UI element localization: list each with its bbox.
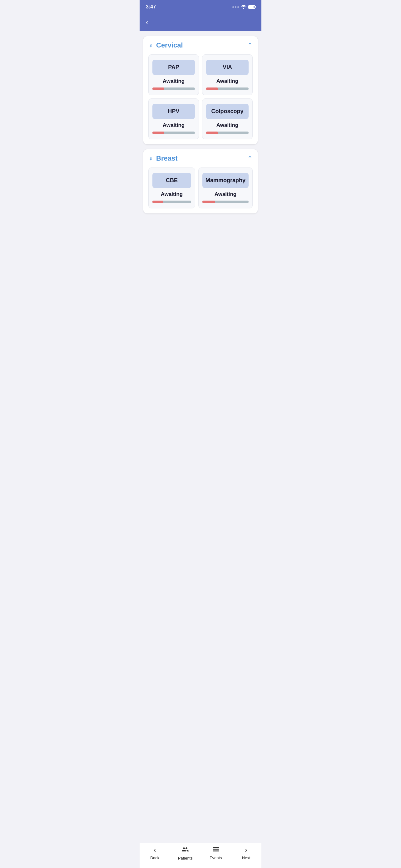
status-bar: 3:47 (140, 0, 261, 14)
test-item-hpv[interactable]: HPVAwaiting (148, 98, 199, 140)
test-label-pap: PAP (153, 60, 195, 75)
test-status-colposcopy: Awaiting (216, 122, 239, 128)
progress-fill-via (206, 88, 218, 90)
progress-fill-colposcopy (206, 131, 218, 134)
test-label-via: VIA (206, 60, 248, 75)
progress-bar-hpv (153, 131, 195, 134)
section-card-breast: ♀Breast⌃CBEAwaitingMammographyAwaiting (143, 149, 258, 213)
battery-icon (248, 5, 255, 9)
test-grid-breast: CBEAwaitingMammographyAwaiting (148, 167, 253, 208)
section-gender-icon-breast: ♀ (148, 155, 153, 162)
test-status-pap: Awaiting (163, 78, 185, 84)
progress-bar-colposcopy (206, 131, 248, 134)
progress-bar-cbe (153, 200, 191, 203)
test-item-mammography[interactable]: MammographyAwaiting (198, 167, 253, 208)
test-label-mammography: Mammography (202, 173, 248, 188)
test-status-via: Awaiting (216, 78, 239, 84)
test-status-mammography: Awaiting (214, 191, 237, 197)
test-label-colposcopy: Colposcopy (206, 104, 248, 119)
section-title-breast: Breast (156, 154, 177, 162)
chevron-up-icon-breast[interactable]: ⌃ (247, 155, 253, 162)
section-card-cervical: ♀Cervical⌃PAPAwaitingVIAAwaitingHPVAwait… (143, 36, 258, 144)
signal-dots (232, 6, 239, 8)
section-gender-icon-cervical: ♀ (148, 42, 153, 49)
test-item-cbe[interactable]: CBEAwaiting (148, 167, 195, 208)
test-label-hpv: HPV (153, 104, 195, 119)
test-grid-cervical: PAPAwaitingVIAAwaitingHPVAwaitingColposc… (148, 54, 253, 140)
progress-fill-cbe (153, 200, 163, 203)
section-title-area-cervical: ♀Cervical (148, 41, 183, 50)
nav-header: ‹ (140, 14, 261, 31)
progress-bar-via (206, 88, 248, 90)
header-back-button[interactable]: ‹ (146, 19, 148, 27)
progress-fill-hpv (153, 131, 164, 134)
test-status-cbe: Awaiting (161, 191, 183, 197)
progress-bar-pap (153, 88, 195, 90)
test-status-hpv: Awaiting (163, 122, 185, 128)
test-item-colposcopy[interactable]: ColposcopyAwaiting (202, 98, 253, 140)
section-header-cervical: ♀Cervical⌃ (148, 41, 253, 50)
test-item-pap[interactable]: PAPAwaiting (148, 54, 199, 95)
section-title-cervical: Cervical (156, 41, 183, 50)
section-title-area-breast: ♀Breast (148, 154, 177, 162)
progress-fill-pap (153, 88, 164, 90)
status-icons (232, 4, 255, 10)
main-content: ♀Cervical⌃PAPAwaitingVIAAwaitingHPVAwait… (140, 31, 261, 239)
wifi-icon (241, 4, 246, 10)
test-label-cbe: CBE (153, 173, 191, 188)
section-header-breast: ♀Breast⌃ (148, 154, 253, 162)
progress-bar-mammography (202, 200, 248, 203)
test-item-via[interactable]: VIAAwaiting (202, 54, 253, 95)
progress-fill-mammography (202, 200, 215, 203)
status-time: 3:47 (146, 4, 156, 10)
chevron-up-icon-cervical[interactable]: ⌃ (247, 41, 253, 49)
